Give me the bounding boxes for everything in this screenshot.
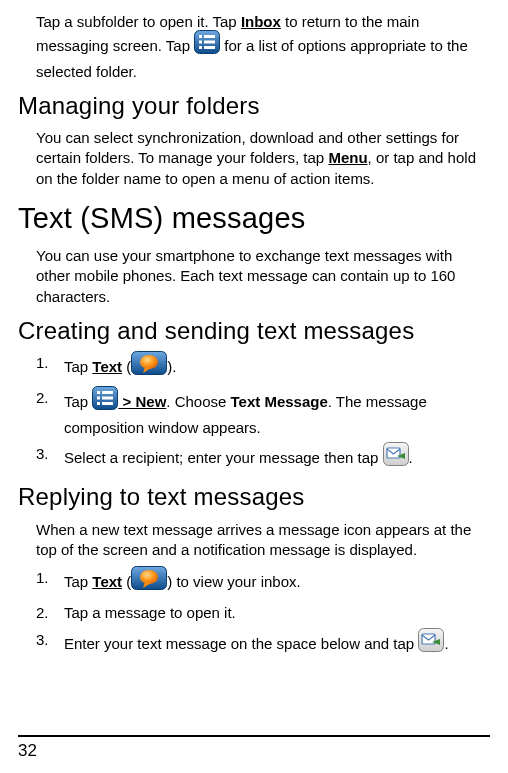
sms-paragraph: You can use your smartphone to exchange … <box>36 246 490 307</box>
list-number: 3. <box>36 630 49 650</box>
text: Tap <box>64 358 92 375</box>
text-app-icon <box>131 566 167 595</box>
list-item: 3. Enter your text message on the space … <box>36 630 490 659</box>
text-app-icon <box>131 351 167 380</box>
text: Enter your text message on the space bel… <box>64 634 418 651</box>
list-number: 3. <box>36 444 49 464</box>
svg-point-8 <box>140 355 158 369</box>
gt-new-keyword: > New <box>118 393 166 410</box>
svg-rect-2 <box>204 35 215 38</box>
text: Select a recipient; enter your message t… <box>64 449 383 466</box>
svg-rect-21 <box>422 634 435 644</box>
replying-paragraph: When a new text message arrives a messag… <box>36 520 490 561</box>
list-item: 1. Tap Text () to view your inbox. <box>36 568 490 597</box>
managing-paragraph: You can select synchronization, download… <box>36 128 490 189</box>
text: ( <box>122 573 131 590</box>
list-number: 1. <box>36 568 49 588</box>
creating-steps: 1. Tap Text (). 2. Tap > New. Choose Tex… <box>36 353 490 473</box>
send-icon <box>383 442 409 471</box>
text: . <box>444 634 448 651</box>
intro-paragraph: Tap a subfolder to open it. Tap Inbox to… <box>36 12 490 82</box>
svg-rect-1 <box>199 35 202 38</box>
menu-keyword: Menu <box>328 149 367 166</box>
svg-rect-13 <box>102 397 113 400</box>
options-list-icon <box>92 386 118 415</box>
svg-rect-11 <box>102 391 113 394</box>
text: . <box>409 449 413 466</box>
svg-rect-6 <box>204 46 215 49</box>
text: Tap <box>64 573 92 590</box>
heading-sms: Text (SMS) messages <box>18 199 490 238</box>
svg-point-19 <box>140 570 158 584</box>
list-item: 1. Tap Text (). <box>36 353 490 382</box>
svg-rect-15 <box>102 402 113 405</box>
send-icon <box>418 628 444 657</box>
list-number: 2. <box>36 603 49 623</box>
replying-steps: 1. Tap Text () to view your inbox. 2. Ta… <box>36 568 490 659</box>
svg-rect-10 <box>97 391 100 394</box>
footer-divider <box>18 735 490 737</box>
options-list-icon <box>194 30 220 59</box>
list-number: 2. <box>36 388 49 408</box>
text: Tap a message to open it. <box>64 604 236 621</box>
text-keyword: Text <box>92 573 122 590</box>
heading-replying: Replying to text messages <box>18 481 490 513</box>
text: ) to view your inbox. <box>167 573 300 590</box>
list-item: 2. Tap > New. Choose Text Message. The m… <box>36 388 490 438</box>
inbox-keyword: Inbox <box>241 13 281 30</box>
list-item: 2. Tap a message to open it. <box>36 603 490 623</box>
svg-rect-5 <box>199 46 202 49</box>
text-message-keyword: Text Message <box>231 393 328 410</box>
text: Tap <box>64 393 92 410</box>
svg-rect-12 <box>97 397 100 400</box>
text: ). <box>167 358 176 375</box>
svg-rect-14 <box>97 402 100 405</box>
text-keyword: Text <box>92 358 122 375</box>
text: Tap a subfolder to open it. Tap <box>36 13 241 30</box>
svg-rect-4 <box>204 41 215 44</box>
svg-rect-17 <box>387 448 400 458</box>
heading-creating: Creating and sending text messages <box>18 315 490 347</box>
heading-managing-folders: Managing your folders <box>18 90 490 122</box>
text: ( <box>122 358 131 375</box>
text: . Choose <box>166 393 230 410</box>
svg-rect-3 <box>199 41 202 44</box>
list-number: 1. <box>36 353 49 373</box>
list-item: 3. Select a recipient; enter your messag… <box>36 444 490 473</box>
page-number: 32 <box>18 740 37 763</box>
